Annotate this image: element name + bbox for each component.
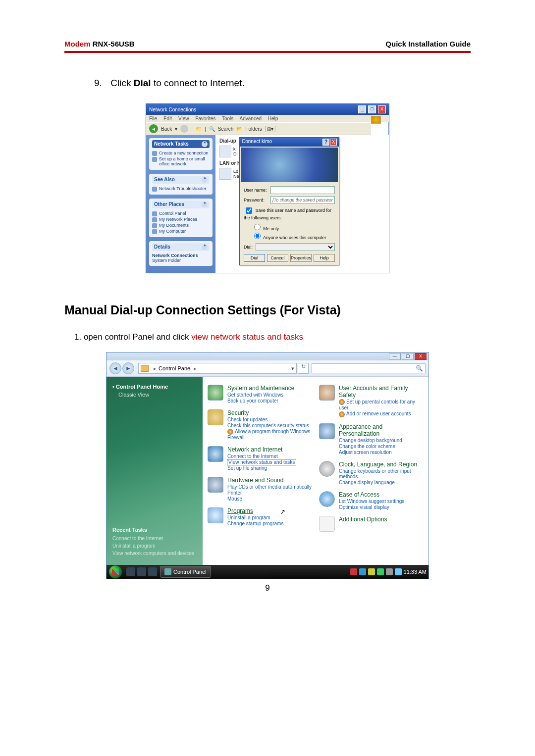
dial-button[interactable]: Dial — [244, 254, 265, 262]
collapse-icon[interactable]: ˄ — [202, 141, 208, 147]
link-my-documents[interactable]: My Documents — [152, 222, 210, 228]
show-desktop-icon[interactable] — [126, 567, 135, 576]
maximize-icon[interactable]: ▢ — [402, 353, 414, 360]
menu-help[interactable]: Help — [268, 116, 278, 121]
tray-icon[interactable] — [368, 568, 375, 575]
volume-tray-icon[interactable] — [395, 568, 402, 575]
sidebar-classic-view[interactable]: Classic View — [118, 392, 197, 398]
cat-network-internet[interactable]: Network and Internet — [227, 446, 296, 453]
cat-clock-language[interactable]: Clock, Language, and Region — [339, 461, 424, 468]
menu-favorites[interactable]: Favorites — [195, 116, 215, 121]
recent-uninstall[interactable]: Uninstall a program — [112, 543, 197, 549]
link-check-updates[interactable]: Check for updates — [227, 417, 312, 422]
collapse-icon[interactable]: ˄ — [202, 177, 208, 183]
clock[interactable]: 11:33 AM — [404, 569, 427, 575]
link-backup[interactable]: Back up your computer — [227, 398, 294, 403]
menu-edit[interactable]: Edit — [163, 116, 172, 121]
close-icon[interactable]: X — [378, 105, 386, 113]
save-credentials-checkbox[interactable] — [246, 207, 252, 214]
close-icon[interactable]: X — [330, 139, 337, 146]
link-view-network-status[interactable]: View network status and tasks — [227, 459, 296, 465]
back-icon[interactable]: ◄ — [109, 362, 121, 374]
back-icon[interactable]: ◄ — [149, 124, 158, 133]
collapse-icon[interactable]: ˄ — [202, 244, 208, 250]
link-suggest-settings[interactable]: Let Windows suggest settings — [339, 499, 404, 504]
forward-icon[interactable] — [180, 125, 188, 133]
link-security-status[interactable]: Check this computer's security status — [227, 423, 312, 428]
link-desktop-bg[interactable]: Change desktop background — [339, 438, 424, 443]
dialog-titlebar[interactable]: Connect kimo ?X — [240, 138, 339, 147]
link-startup-programs[interactable]: Change startup programs — [227, 521, 283, 526]
link-screen-res[interactable]: Adjust screen resolution — [339, 450, 424, 455]
task-create-connection[interactable]: Create a new connection — [152, 150, 210, 156]
link-connect-internet[interactable]: Connect to the Internet — [227, 454, 296, 459]
cat-hardware-sound[interactable]: Hardware and Sound — [227, 477, 312, 484]
network-tray-icon[interactable] — [386, 568, 393, 575]
tray-icon[interactable] — [377, 568, 384, 575]
link-mouse[interactable]: Mouse — [227, 496, 312, 502]
search-label[interactable]: Search — [218, 126, 234, 132]
cat-ease-of-access[interactable]: Ease of Access — [339, 491, 404, 498]
folders-icon[interactable]: 📂 — [236, 126, 242, 132]
recent-connect-internet[interactable]: Connect to the Internet — [112, 536, 197, 541]
link-my-computer[interactable]: My Computer — [152, 228, 210, 234]
xp-menubar[interactable]: File Edit View Favorites Tools Advanced … — [146, 115, 389, 122]
cat-security[interactable]: Security — [227, 409, 312, 416]
password-input[interactable] — [270, 196, 335, 204]
cancel-button[interactable]: Cancel — [267, 254, 288, 262]
sidebar-cp-home[interactable]: Control Panel Home — [112, 384, 197, 390]
link-get-started[interactable]: Get started with Windows — [227, 392, 294, 398]
views-icon[interactable]: ⊞▾ — [265, 126, 275, 132]
radio-me-only[interactable] — [254, 224, 261, 230]
link-control-panel[interactable]: Control Panel — [152, 210, 210, 216]
link-add-remove-users[interactable]: Add or remove user accounts — [339, 411, 424, 417]
back-label[interactable]: Back — [161, 126, 172, 132]
up-folder-icon[interactable]: 📁 — [196, 126, 202, 132]
cat-system-maintenance[interactable]: System and Maintenance — [227, 385, 294, 392]
minimize-icon[interactable]: — — [389, 353, 401, 360]
link-parental-controls[interactable]: Set up parental controls for any user — [339, 399, 424, 410]
address-bar[interactable]: ▸ Control Panel ▸ ▾ — [138, 363, 297, 374]
menu-tools[interactable]: Tools — [222, 116, 233, 121]
breadcrumb-control-panel[interactable]: Control Panel — [159, 365, 192, 371]
collapse-icon[interactable]: ˄ — [202, 202, 208, 207]
task-setup-home[interactable]: Set up a home or small office network — [152, 156, 210, 167]
help-icon[interactable]: ? — [322, 139, 329, 146]
dial-select[interactable] — [256, 243, 335, 251]
menu-view[interactable]: View — [178, 116, 189, 121]
link-file-sharing[interactable]: Set up file sharing — [227, 465, 296, 471]
dropdown-icon[interactable]: ▾ — [291, 365, 294, 372]
link-autoplay[interactable]: Play CDs or other media automatically — [227, 484, 312, 490]
radio-anyone[interactable] — [254, 233, 261, 239]
link-my-network[interactable]: My Network Places — [152, 216, 210, 222]
cat-appearance[interactable]: Appearance and Personalization — [339, 423, 424, 437]
menu-advanced[interactable]: Advanced — [240, 116, 262, 121]
recent-view-network[interactable]: View network computers and devices — [112, 551, 197, 556]
vista-taskbar[interactable]: Control Panel 11:33 AM — [107, 565, 428, 579]
help-button[interactable]: Help — [314, 254, 335, 262]
quick-launch[interactable] — [126, 567, 157, 576]
link-display-language[interactable]: Change display language — [339, 480, 424, 485]
start-button[interactable] — [108, 565, 122, 579]
taskbar-control-panel[interactable]: Control Panel — [160, 566, 211, 578]
forward-icon[interactable]: ► — [122, 362, 134, 374]
tray-icon[interactable] — [359, 568, 366, 575]
minimize-icon[interactable]: _ — [358, 105, 366, 113]
cat-additional-options[interactable]: Additional Options — [339, 516, 387, 523]
cat-programs[interactable]: Programs — [227, 507, 283, 514]
properties-button[interactable]: Properties — [290, 254, 312, 262]
switch-windows-icon[interactable] — [137, 567, 146, 576]
system-tray[interactable]: 11:33 AM — [350, 568, 427, 575]
username-input[interactable] — [270, 186, 335, 194]
search-input[interactable]: 🔍 — [312, 363, 426, 373]
link-uninstall-program[interactable]: Uninstall a program — [227, 515, 283, 520]
link-firewall[interactable]: Allow a program through Windows Firewall — [227, 429, 312, 440]
link-troubleshooter[interactable]: Network Troubleshooter — [152, 186, 210, 192]
tray-icon[interactable] — [350, 568, 357, 575]
refresh-icon[interactable]: ↻ — [298, 363, 309, 374]
cat-user-accounts[interactable]: User Accounts and Family Safety — [339, 385, 424, 399]
maximize-icon[interactable]: □ — [368, 105, 376, 113]
search-icon[interactable]: 🔍 — [209, 126, 215, 132]
ie-icon[interactable] — [148, 567, 157, 576]
link-color-scheme[interactable]: Change the color scheme — [339, 444, 424, 449]
